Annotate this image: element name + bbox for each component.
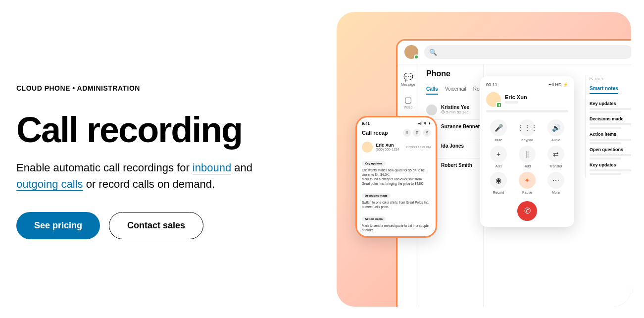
placeholder-line: [590, 154, 631, 156]
hangup-icon: ✆: [524, 206, 531, 215]
button-label: Record: [493, 191, 504, 194]
presence-dot-icon: [414, 54, 419, 59]
subheading: Enable automatic call recordings for inb…: [16, 159, 294, 192]
placeholder-line: [590, 158, 621, 159]
outgoing-link[interactable]: outgoing calls: [16, 178, 83, 191]
notes-section: Decisions made: [590, 116, 631, 129]
keypad-button[interactable]: ⋮⋮⋮Keypad: [515, 119, 540, 142]
phone-heading: Phone: [426, 69, 483, 78]
button-label: More: [552, 191, 560, 194]
mobile-clock: 9:41: [362, 121, 370, 126]
contact-name: Ida Jones: [441, 143, 464, 149]
page-title: Call recording: [16, 112, 307, 148]
breadcrumb: CLOUD PHONE • ADMINISTRATION: [16, 84, 307, 92]
pause-button[interactable]: ✦Pause: [515, 172, 540, 194]
more-icon: ⋯: [547, 172, 564, 189]
notes-toolbar: ⇱cc›: [590, 76, 631, 81]
contact-sales-button[interactable]: Contact sales: [109, 212, 203, 239]
recap-tag: Key updates: [362, 161, 386, 166]
rail-message[interactable]: 💬Message: [401, 72, 415, 86]
see-pricing-button[interactable]: See pricing: [16, 212, 100, 239]
record-icon: ◉: [490, 172, 507, 189]
video-icon: ▢: [404, 95, 412, 105]
more-button[interactable]: ⋯More: [544, 172, 568, 194]
inbound-link[interactable]: inbound: [193, 161, 231, 174]
notes-section-title: Action items: [590, 132, 631, 137]
mobile-title: Call recap: [362, 130, 388, 136]
mobile-user-name: Eric Xun: [376, 143, 399, 148]
end-call-button[interactable]: ✆: [517, 201, 537, 221]
transfer-button[interactable]: ⇄Transfer: [544, 146, 568, 168]
placeholder-line: [505, 101, 518, 104]
pause-icon: ✦: [519, 172, 536, 189]
notes-section: Key updates: [590, 101, 631, 113]
placeholder-line: [590, 142, 621, 144]
rail-video[interactable]: ▢Video: [404, 95, 413, 109]
notes-section-title: Key updates: [590, 162, 631, 167]
subhead-text: or record calls on demand.: [83, 178, 215, 190]
button-label: Hold: [524, 164, 531, 168]
mobile-mockup: 9:41 ••Il ᯤ ▮ Call recap ⬇ ⇧ ✕ Eric Xun …: [355, 116, 437, 238]
active-call-widget: 00:11 ••Il HD ⚡ ▮ Eric Xun 🎤Mute⋮⋮⋮Keypa…: [480, 76, 574, 227]
download-icon[interactable]: ⬇: [403, 129, 411, 137]
notes-section: Open questions: [590, 147, 631, 159]
transfer-icon: ⇄: [547, 146, 564, 162]
search-input[interactable]: 🔍: [424, 45, 631, 59]
tab-voicemail[interactable]: Voicemail: [445, 86, 466, 95]
placeholder-line: [590, 173, 621, 175]
button-label: Transfer: [549, 164, 562, 168]
placeholder-line: [590, 123, 631, 125]
tab-calls[interactable]: Calls: [426, 86, 438, 95]
smart-notes-panel: ⇱cc› Smart notes Key updatesDecisions ma…: [585, 76, 631, 178]
button-label: Pause: [522, 191, 532, 194]
notes-section-title: Decisions made: [590, 116, 631, 121]
button-label: Add: [495, 164, 501, 168]
status-icons: ••Il HD ⚡: [548, 82, 568, 87]
notes-section-title: Open questions: [590, 147, 631, 152]
contact-meta: ⦿ 5 min 52 sec: [441, 110, 469, 114]
smart-notes-tab[interactable]: Smart notes: [590, 86, 618, 94]
add-button[interactable]: +Add: [486, 146, 511, 168]
mobile-signal-icon: ••Il ᯤ ▮: [418, 121, 431, 126]
recap-text: Switch to one-color shirts from Great Po…: [362, 200, 431, 209]
recap-tag: Decisions made: [362, 193, 391, 198]
placeholder-line: [590, 111, 621, 113]
hero-illustration: 🔍 💬Message ▢Video 📞 Phone Calls Voicemai…: [337, 12, 631, 307]
contact-row[interactable]: Kristine Yee⦿ 5 min 52 sec: [426, 101, 483, 120]
recap-block: Action itemsMark to send a revised quote…: [362, 213, 431, 232]
placeholder-line: [590, 169, 631, 171]
cc-icon[interactable]: cc: [595, 76, 600, 81]
notes-section: Key updates: [590, 162, 631, 175]
button-label: Audio: [551, 138, 560, 142]
subhead-text: Enable automatic call recordings for: [16, 161, 193, 174]
placeholder-line: [590, 139, 631, 141]
placeholder-line: [590, 127, 621, 129]
video-badge-icon: ▮: [496, 102, 502, 108]
keypad-icon: ⋮⋮⋮: [519, 119, 536, 136]
notes-section: Action items: [590, 132, 631, 144]
contact-avatar: [426, 105, 437, 115]
avatar: [404, 45, 418, 59]
recap-block: Decisions madeSwitch to one-color shirts…: [362, 190, 431, 209]
popout-icon[interactable]: ⇱: [590, 76, 594, 81]
share-icon[interactable]: ⇧: [413, 129, 421, 137]
contact-name: Suzanne Bennett: [441, 124, 481, 129]
placeholder-line: [486, 110, 568, 112]
hold-button[interactable]: ‖Hold: [515, 146, 540, 168]
record-button[interactable]: ◉Record: [486, 172, 511, 194]
add-icon: +: [490, 146, 507, 162]
recap-block: Key updatesEric wants Mark's new quote f…: [362, 158, 431, 186]
mobile-user-phone: (650) 555-1234: [376, 148, 399, 151]
call-timer: 00:11: [486, 82, 497, 87]
close-icon[interactable]: ✕: [423, 129, 431, 137]
hold-icon: ‖: [519, 146, 536, 162]
chevron-right-icon[interactable]: ›: [602, 76, 603, 81]
contact-name: Kristine Yee: [441, 105, 469, 110]
mute-button[interactable]: 🎤Mute: [486, 119, 511, 142]
placeholder-line: [590, 108, 631, 110]
caller-name: Eric Xun: [505, 94, 527, 100]
mobile-avatar: [362, 142, 373, 153]
message-icon: 💬: [403, 72, 413, 82]
audio-icon: 🔊: [547, 119, 564, 136]
audio-button[interactable]: 🔊Audio: [544, 119, 568, 142]
